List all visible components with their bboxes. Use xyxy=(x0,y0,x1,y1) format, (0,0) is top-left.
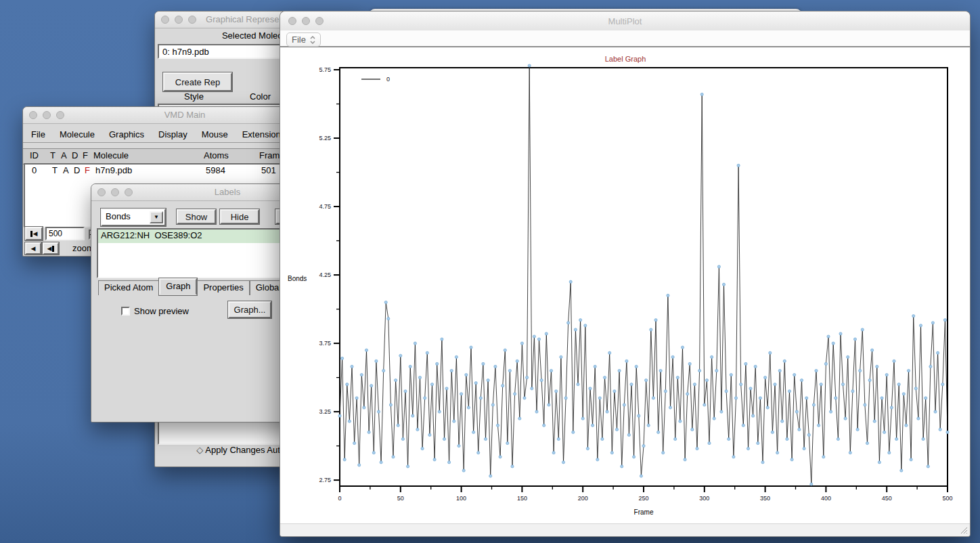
data-point xyxy=(764,376,767,379)
tab-properties[interactable]: Properties xyxy=(197,280,249,295)
data-point xyxy=(810,483,813,485)
menu-graphics[interactable]: Graphics xyxy=(108,129,146,139)
data-point xyxy=(424,397,426,399)
hide-button[interactable]: Hide xyxy=(220,209,259,224)
resize-grip-icon[interactable] xyxy=(959,525,968,534)
data-point xyxy=(526,376,529,379)
data-point xyxy=(893,360,895,362)
data-point xyxy=(635,365,638,368)
menu-file[interactable]: File xyxy=(30,129,47,139)
bar-icon xyxy=(30,231,32,237)
data-point xyxy=(705,379,708,382)
graph-button[interactable]: Graph... xyxy=(228,301,271,318)
data-point xyxy=(589,387,592,390)
data-point xyxy=(671,355,674,358)
data-point xyxy=(803,448,805,450)
data-point xyxy=(516,360,518,362)
data-point xyxy=(910,458,912,461)
data-point xyxy=(574,328,577,331)
data-point xyxy=(922,437,925,440)
data-point xyxy=(679,420,682,422)
data-point xyxy=(409,365,411,368)
data-point xyxy=(477,452,480,454)
titlebar[interactable]: MultiPlot xyxy=(280,12,970,31)
multiplot-canvas: Label Graph0BondsFrame050100150200250300… xyxy=(280,47,971,525)
x-tick-label: 400 xyxy=(821,495,831,502)
data-point xyxy=(618,369,621,372)
menu-mouse[interactable]: Mouse xyxy=(200,129,229,139)
prev-frame-button[interactable]: ◀ xyxy=(43,242,59,255)
data-point xyxy=(849,452,851,454)
data-point xyxy=(749,387,752,390)
data-point xyxy=(667,294,669,297)
show-preview-checkbox[interactable] xyxy=(121,307,130,316)
data-point xyxy=(822,456,825,458)
data-point xyxy=(399,354,402,357)
data-point xyxy=(608,351,611,354)
data-point xyxy=(818,424,820,427)
show-button[interactable]: Show xyxy=(177,209,216,224)
data-point xyxy=(382,369,385,372)
data-point xyxy=(487,379,489,382)
data-point xyxy=(786,437,788,440)
y-tick-label: 4.25 xyxy=(319,272,331,278)
data-point xyxy=(557,437,560,440)
file-menu-button[interactable]: File xyxy=(286,32,321,47)
tab-picked-atom[interactable]: Picked Atom xyxy=(98,280,159,295)
dropdown-value: Bonds xyxy=(106,211,131,221)
data-point xyxy=(633,456,636,458)
data-point xyxy=(467,406,470,409)
skip-to-start-button[interactable]: ◀ xyxy=(25,227,43,240)
file-menu-label: File xyxy=(292,35,306,45)
data-point xyxy=(698,369,701,372)
data-point xyxy=(436,362,439,365)
data-point xyxy=(387,318,390,320)
data-point xyxy=(380,461,382,464)
menu-molecule[interactable]: Molecule xyxy=(58,129,96,139)
data-point xyxy=(747,448,749,450)
data-point xyxy=(601,437,604,440)
menu-display[interactable]: Display xyxy=(157,129,189,139)
data-point xyxy=(338,414,341,417)
data-point xyxy=(837,437,839,440)
data-point xyxy=(847,355,849,358)
data-point xyxy=(528,64,531,67)
data-point xyxy=(876,365,878,368)
data-point xyxy=(925,397,927,399)
data-point xyxy=(927,465,929,468)
data-point xyxy=(800,379,803,382)
data-point xyxy=(567,322,570,324)
data-point xyxy=(684,458,686,461)
label-category-dropdown[interactable]: Bonds ▼ xyxy=(101,209,166,226)
data-point xyxy=(878,461,881,464)
data-point xyxy=(414,342,416,345)
tab-graph[interactable]: Graph xyxy=(159,278,197,295)
create-rep-button[interactable]: Create Rep xyxy=(163,72,232,91)
data-point xyxy=(861,328,864,331)
data-point xyxy=(596,458,599,461)
data-point xyxy=(433,458,436,461)
window-footer xyxy=(280,523,970,536)
data-point xyxy=(798,428,801,431)
data-point xyxy=(491,404,494,406)
data-point xyxy=(820,383,822,386)
step-back-button[interactable]: ◀ xyxy=(25,242,41,255)
data-point xyxy=(774,383,776,386)
chevron-up-down-icon xyxy=(310,36,315,44)
data-point xyxy=(584,324,587,327)
data-point xyxy=(552,452,555,454)
column-header-molecule: Molecule xyxy=(93,150,129,160)
data-point xyxy=(659,369,662,372)
data-point xyxy=(598,397,601,399)
triangle-left-icon: ◀ xyxy=(31,245,36,252)
data-point xyxy=(859,369,862,372)
data-point xyxy=(720,410,723,413)
y-tick-label: 2.75 xyxy=(319,477,331,483)
data-point xyxy=(407,465,409,468)
data-point xyxy=(560,355,562,358)
data-point xyxy=(540,379,543,382)
data-point xyxy=(581,417,584,420)
data-point xyxy=(669,406,671,409)
triangle-left-icon: ◀ xyxy=(47,245,52,252)
frame-field[interactable] xyxy=(45,227,85,240)
